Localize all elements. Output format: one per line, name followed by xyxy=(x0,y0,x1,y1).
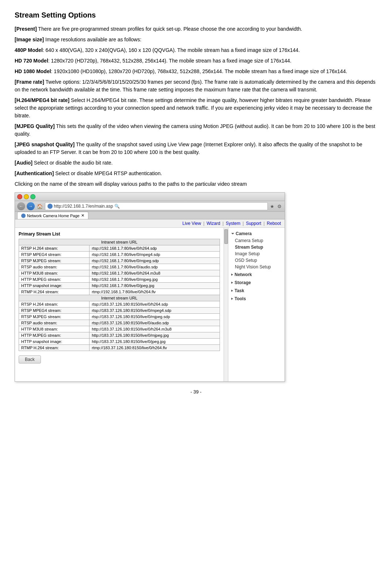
stream-url: rtsp://192.168.1.7:80/live/0/h264.sdp xyxy=(90,245,220,252)
gear-icon[interactable]: ⚙ xyxy=(277,204,282,209)
topbar-system[interactable]: System xyxy=(226,221,240,226)
sidebar-item-nightvision-setup[interactable]: Night Vision Setup xyxy=(228,264,285,270)
stream-table: Intranet stream URL RTSP H.264 stream:rt… xyxy=(19,239,220,351)
sidebar-storage-header[interactable]: Storage xyxy=(228,279,285,286)
scroll-thumb[interactable] xyxy=(224,229,228,244)
bold-framerate: [Frame rate] xyxy=(15,79,44,85)
sidebar-task-label: Task xyxy=(235,288,244,293)
bold-480p: 480P Model xyxy=(15,47,43,53)
back-arrow-button[interactable]: ← xyxy=(17,202,25,210)
bold-hd720: HD 720 Model xyxy=(15,58,48,64)
stream-label: HTTP snapshot image: xyxy=(19,339,90,345)
bold-auth: [Authentication] xyxy=(15,170,54,176)
tab-bar: Network Camera Home Page ✕ xyxy=(15,212,285,219)
stream-url: rtsp://192.168.1.7:80/live/0/mpeg4.sdp xyxy=(90,252,220,258)
address-bar[interactable]: http://192.168.1.7/en/main.asp 🔍 xyxy=(45,202,268,210)
bold-present: [Present] xyxy=(15,26,37,32)
sidebar-network-label: Network xyxy=(235,272,252,277)
stream-label: RTMP H.264 stream: xyxy=(19,345,90,351)
table-row: RTSP audio stream:rtsp://192.168.1.7:80/… xyxy=(19,264,220,270)
maximize-button[interactable] xyxy=(30,194,35,199)
text-framerate: Twelve options: 1/2/3/4/5/6/8/10/15/20/2… xyxy=(15,79,376,93)
page-number: - 39 - xyxy=(190,389,201,395)
topbar-wizard[interactable]: Wizard xyxy=(207,221,220,226)
stream-label: RTSP audio stream: xyxy=(19,320,90,326)
stream-label: HTTP MJPEG stream: xyxy=(19,276,90,283)
stream-label: RTSP audio stream: xyxy=(19,264,90,270)
internet-header-row: Internet stream URL xyxy=(19,295,220,301)
paragraph-auth: [Authentication] Select or disable MPEG4… xyxy=(15,170,377,177)
stream-url: http://183.37.126.180:8150/live/0/jpeg.j… xyxy=(90,339,220,345)
tools-expand-icon xyxy=(231,298,233,300)
browser-navbar: ← → 🏠 http://192.168.1.7/en/main.asp 🔍 ★… xyxy=(15,201,285,212)
table-row: HTTP MJPEG stream:http://183.37.126.180:… xyxy=(19,332,220,339)
star-icon[interactable]: ★ xyxy=(270,204,274,209)
sidebar-tools-header[interactable]: Tools xyxy=(228,295,285,302)
sidebar-item-stream-setup[interactable]: Stream Setup xyxy=(228,244,285,250)
tab-close-button[interactable]: ✕ xyxy=(81,213,84,218)
internet-header-cell: Internet stream URL xyxy=(19,295,220,301)
stream-url: rtsp://192.168.1.7:80/live/0/audio.sdp xyxy=(90,264,220,270)
topbar-liveview[interactable]: Live View xyxy=(182,221,201,226)
paragraph-framerate: [Frame rate] Twelve options: 1/2/3/4/5/6… xyxy=(15,78,377,94)
bold-jpeg: [JPEG snapshot Quality] xyxy=(15,142,75,147)
url-text: http://192.168.1.7/en/main.asp xyxy=(54,204,113,209)
stream-url: rtsp://183.37.126.180:8150/live/0/mpeg4.… xyxy=(90,308,220,314)
task-expand-icon xyxy=(231,290,233,292)
text-480p: : 640 x 480(VGA), 320 x 240(QVGA), 160 x… xyxy=(43,47,300,53)
table-row: RTSP MPEG4 stream:rtsp://192.168.1.7:80/… xyxy=(19,252,220,258)
text-hd1080: : 1920x1080 (HD1080p), 1280x720 (HD720p)… xyxy=(51,68,347,74)
topbar: Live View | Wizard | System | Support | … xyxy=(15,219,285,228)
text-imagesize: Image resolutions available are as follo… xyxy=(44,37,141,42)
browser-content: Primary Stream List Intranet stream URL … xyxy=(15,228,285,381)
intranet-header-cell: Intranet stream URL xyxy=(19,239,220,245)
minimize-button[interactable] xyxy=(24,194,29,199)
tab-title: Network Camera Home Page xyxy=(27,214,80,218)
sidebar-group-tools: Tools xyxy=(228,295,285,302)
stream-label: RTSP MJPEG stream: xyxy=(19,314,90,320)
table-row: HTTP M3U8 stream:http://192.168.1.7:80/l… xyxy=(19,270,220,276)
bold-imagesize: [Image size] xyxy=(15,37,44,42)
stream-url: http://192.168.1.7:80/live/0/jpeg.jpg xyxy=(90,283,220,289)
stream-label: HTTP MJPEG stream: xyxy=(19,332,90,339)
sidebar-task-header[interactable]: Task xyxy=(228,287,285,294)
stream-url: rtmp://192.168.1.7:80/live/0/h264.flv xyxy=(90,289,220,295)
topbar-reboot[interactable]: Reboot xyxy=(267,221,281,226)
sidebar-group-storage: Storage xyxy=(228,279,285,286)
sidebar-group-camera: Camera Camera Setup Stream Setup Image S… xyxy=(228,230,285,270)
scrollbar[interactable] xyxy=(224,228,228,381)
paragraph-clicking: Clicking on the name of the stream will … xyxy=(15,180,377,188)
back-button[interactable]: Back xyxy=(19,355,41,363)
sidebar-tools-label: Tools xyxy=(235,296,246,301)
sidebar-camera-header[interactable]: Camera xyxy=(228,230,285,237)
stream-url: http://183.37.126.180:8150/live/0/h264.m… xyxy=(90,326,220,332)
table-row: RTSP audio stream:rtsp://183.37.126.180:… xyxy=(19,320,220,326)
browser-window: ← → 🏠 http://192.168.1.7/en/main.asp 🔍 ★… xyxy=(15,192,285,382)
storage-expand-icon xyxy=(231,282,233,284)
stream-label: RTSP H.264 stream: xyxy=(19,245,90,252)
paragraph-hd720: HD 720 Model: 1280x720 (HD720p), 768x432… xyxy=(15,57,377,65)
close-button[interactable] xyxy=(17,194,22,199)
sidebar-item-osd-setup[interactable]: OSD Setup xyxy=(228,257,285,264)
bold-audio: [Audio] xyxy=(15,160,33,166)
stream-label: RTMP H.264 stream: xyxy=(19,289,90,295)
browser-tab[interactable]: Network Camera Home Page ✕ xyxy=(17,212,88,219)
home-icon[interactable]: 🏠 xyxy=(37,204,43,209)
bold-h264-suffix: Select H.264/MPEG4 bit rate. xyxy=(69,97,138,103)
text-audio: Select or disable the audio bit rate. xyxy=(33,160,113,166)
sidebar-network-header[interactable]: Network xyxy=(228,271,285,278)
text-mjpeg: This sets the quality of the video when … xyxy=(15,123,375,137)
tab-favicon xyxy=(21,214,26,218)
paragraph-present: [Present] There are five pre-programmed … xyxy=(15,25,377,33)
sidebar-item-image-setup[interactable]: Image Setup xyxy=(228,250,285,257)
stream-label: HTTP M3U8 stream: xyxy=(19,270,90,276)
stream-url: http://183.37.126.180:8150/live/0/mjpeg.… xyxy=(90,332,220,339)
table-row: RTSP H.264 stream:rtsp://183.37.126.180:… xyxy=(19,301,220,308)
table-row: RTMP H.264 stream:rtmp://192.168.1.7:80/… xyxy=(19,289,220,295)
sidebar-item-camera-setup[interactable]: Camera Setup xyxy=(228,237,285,244)
topbar-support[interactable]: Support xyxy=(246,221,261,226)
stream-label: RTSP MJPEG stream: xyxy=(19,258,90,264)
forward-arrow-button[interactable]: → xyxy=(27,202,35,210)
sidebar-storage-label: Storage xyxy=(235,280,251,285)
paragraph-imagesize: [Image size] Image resolutions available… xyxy=(15,36,377,44)
